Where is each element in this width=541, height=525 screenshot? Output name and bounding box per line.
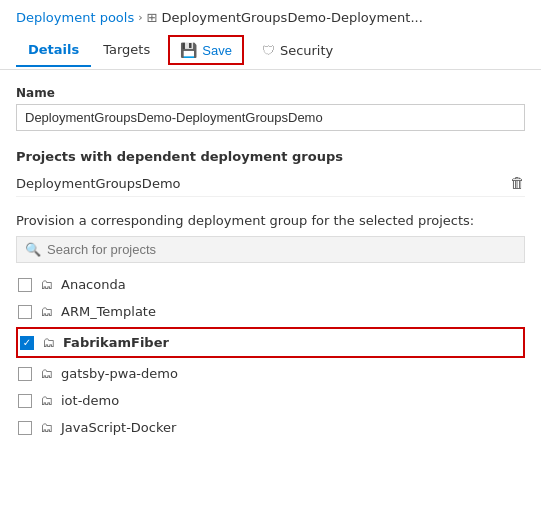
- search-box: 🔍: [16, 236, 525, 263]
- project-icon-gatsby-pwa-demo: 🗂: [40, 366, 53, 381]
- tab-bar: Details Targets 💾 Save 🛡 Security: [0, 31, 541, 70]
- name-input[interactable]: [16, 104, 525, 131]
- project-item-iot-demo[interactable]: 🗂iot-demo: [16, 387, 525, 414]
- breadcrumb-current: DeploymentGroupsDemo-Deployment...: [162, 10, 423, 25]
- breadcrumb-link[interactable]: Deployment pools: [16, 10, 134, 25]
- checkbox-gatsby-pwa-demo[interactable]: [18, 367, 32, 381]
- save-icon: 💾: [180, 42, 197, 58]
- project-icon-arm-template: 🗂: [40, 304, 53, 319]
- project-label-gatsby-pwa-demo: gatsby-pwa-demo: [61, 366, 178, 381]
- security-icon: 🛡: [262, 43, 275, 58]
- search-input[interactable]: [47, 242, 516, 257]
- checkbox-fabrikamfiber[interactable]: [20, 336, 34, 350]
- content-area: Name Projects with dependent deployment …: [0, 70, 541, 457]
- save-button[interactable]: 💾 Save: [168, 35, 244, 65]
- save-label: Save: [202, 43, 232, 58]
- project-item-anaconda[interactable]: 🗂Anaconda: [16, 271, 525, 298]
- tab-targets-label: Targets: [103, 42, 150, 57]
- breadcrumb-separator: ›: [138, 11, 142, 24]
- checkbox-iot-demo[interactable]: [18, 394, 32, 408]
- security-label: Security: [280, 43, 333, 58]
- dependent-projects-title: Projects with dependent deployment group…: [16, 149, 525, 164]
- project-list: 🗂Anaconda🗂ARM_Template🗂FabrikamFiber🗂gat…: [16, 271, 525, 441]
- project-label-iot-demo: iot-demo: [61, 393, 119, 408]
- project-icon-iot-demo: 🗂: [40, 393, 53, 408]
- project-item-arm-template[interactable]: 🗂ARM_Template: [16, 298, 525, 325]
- project-label-anaconda: Anaconda: [61, 277, 126, 292]
- existing-project-name: DeploymentGroupsDemo: [16, 176, 181, 191]
- checkbox-javascript-docker[interactable]: [18, 421, 32, 435]
- project-label-arm-template: ARM_Template: [61, 304, 156, 319]
- project-item-gatsby-pwa-demo[interactable]: 🗂gatsby-pwa-demo: [16, 360, 525, 387]
- provision-label: Provision a corresponding deployment gro…: [16, 213, 525, 228]
- project-icon-anaconda: 🗂: [40, 277, 53, 292]
- name-label: Name: [16, 86, 525, 100]
- breadcrumb: Deployment pools › ⊞ DeploymentGroupsDem…: [0, 0, 541, 31]
- project-label-fabrikamfiber: FabrikamFiber: [63, 335, 169, 350]
- search-icon: 🔍: [25, 242, 41, 257]
- existing-project-row: DeploymentGroupsDemo 🗑: [16, 170, 525, 197]
- project-icon-fabrikamfiber: 🗂: [42, 335, 55, 350]
- checkbox-anaconda[interactable]: [18, 278, 32, 292]
- delete-project-icon[interactable]: 🗑: [510, 174, 525, 192]
- checkbox-arm-template[interactable]: [18, 305, 32, 319]
- project-item-javascript-docker[interactable]: 🗂JavaScript-Docker: [16, 414, 525, 441]
- tab-details[interactable]: Details: [16, 34, 91, 67]
- project-label-javascript-docker: JavaScript-Docker: [61, 420, 176, 435]
- deployment-group-icon: ⊞: [147, 10, 158, 25]
- project-icon-javascript-docker: 🗂: [40, 420, 53, 435]
- project-item-fabrikamfiber[interactable]: 🗂FabrikamFiber: [18, 329, 523, 356]
- tab-targets[interactable]: Targets: [91, 34, 162, 67]
- tab-details-label: Details: [28, 42, 79, 57]
- tab-security[interactable]: 🛡 Security: [250, 35, 345, 66]
